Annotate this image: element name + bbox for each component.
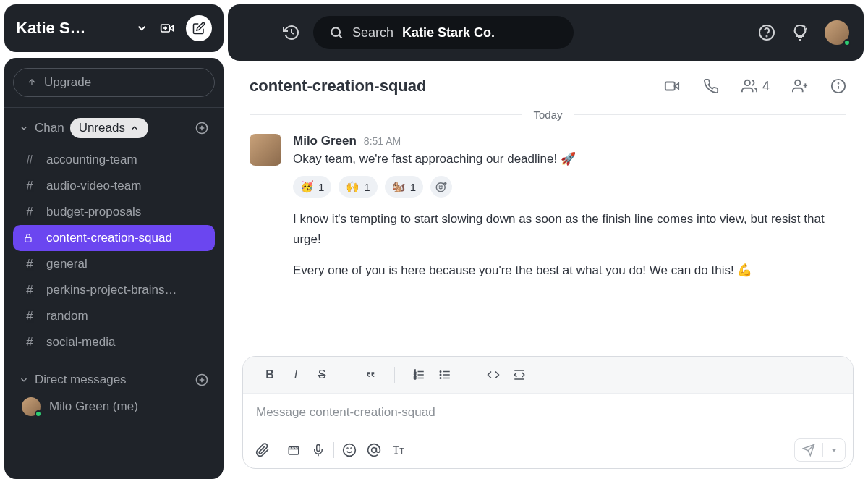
new-video-call-icon[interactable] [158,21,176,35]
sidebar-body: Upgrade Chan Unreads #accounting-team #a… [4,58,224,479]
channel-item-content-creation-squad[interactable]: content-creation-squad [13,225,215,251]
inline-code-button[interactable] [481,363,506,387]
svg-point-40 [440,374,441,376]
lightbulb-icon[interactable] [791,24,809,41]
video-message-button[interactable] [281,438,306,462]
svg-point-18 [745,80,750,85]
history-icon[interactable] [283,24,300,41]
svg-line-13 [339,35,342,38]
svg-point-41 [440,378,441,379]
chevron-down-icon[interactable] [135,22,148,35]
add-dm-button[interactable] [195,373,209,387]
add-channel-button[interactable] [195,121,209,135]
dm-label: Direct messages [35,373,127,387]
hash-icon: # [23,335,36,349]
chevron-down-icon [19,123,29,133]
lock-icon [23,233,36,243]
hash-icon: # [23,283,36,297]
add-people-icon[interactable] [791,78,809,94]
phone-call-icon[interactable] [703,78,719,94]
attach-file-button[interactable] [250,438,275,462]
composer-toolbar: B I S 123 [243,357,853,394]
channel-item-social-media[interactable]: #social-media [13,329,215,355]
message-text: Okay team, we're fast approaching our de… [293,150,846,169]
search-input[interactable]: Search Katie Stark Co. [313,16,574,49]
chevron-up-icon [129,123,140,133]
hash-icon: # [23,257,36,271]
topbar: Search Katie Stark Co. [228,4,864,61]
channel-item-perkins-project-brains[interactable]: #perkins-project-brains… [13,277,215,303]
quote-button[interactable] [358,363,383,387]
avatar [22,397,41,416]
svg-text:3: 3 [414,376,416,380]
message-list: Milo Green 8:51 AM Okay team, we're fast… [228,121,868,356]
svg-rect-16 [665,82,675,90]
send-icon[interactable] [795,439,822,461]
unreads-chip[interactable]: Unreads [70,118,148,138]
reactions: 🥳1 🙌1 🐿️1 [293,176,846,198]
direct-messages-section-header[interactable]: Direct messages [13,370,215,390]
channel-list: #accounting-team #audio-video-team #budg… [13,147,215,355]
svg-point-26 [439,186,440,187]
strikethrough-button[interactable]: S [310,363,334,387]
channel-item-general[interactable]: #general [13,251,215,277]
svg-point-12 [331,27,340,36]
send-options-button[interactable] [823,442,845,458]
svg-point-39 [440,371,441,373]
presence-online-icon [843,39,851,46]
svg-point-27 [441,186,442,187]
reaction[interactable]: 🥳1 [293,176,331,198]
svg-point-48 [347,448,348,449]
hash-icon: # [23,179,36,193]
svg-point-50 [372,448,377,453]
mention-button[interactable] [362,438,386,462]
ordered-list-button[interactable]: 123 [407,363,431,387]
dm-item-milo-green[interactable]: Milo Green (me) [13,390,215,423]
hash-icon: # [23,153,36,167]
svg-rect-45 [317,445,320,452]
bold-button[interactable]: B [258,363,282,387]
channel-item-random[interactable]: #random [13,303,215,329]
svg-point-19 [795,80,800,85]
search-company: Katie Stark Co. [402,25,495,41]
info-icon[interactable] [830,78,846,94]
presence-online-icon [35,410,42,417]
text-format-button[interactable]: TT [386,438,411,462]
composer: B I S 123 [228,356,868,479]
audio-message-button[interactable] [306,438,331,462]
workspace-switcher[interactable]: Katie S… [4,4,224,52]
search-icon [329,25,344,40]
message-time: 8:51 AM [364,135,401,147]
message-text: I know it's tempting to start slowing do… [293,209,846,248]
svg-point-25 [436,183,445,192]
italic-button[interactable]: I [284,363,308,387]
channels-section-header[interactable]: Chan Unreads [13,115,215,141]
unordered-list-button[interactable] [433,363,457,387]
add-reaction-button[interactable] [430,176,452,198]
avatar[interactable] [250,134,281,166]
compose-button[interactable] [186,15,212,41]
help-icon[interactable] [758,24,775,41]
channel-item-audio-video-team[interactable]: #audio-video-team [13,173,215,199]
workspace-name: Katie S… [16,19,125,38]
user-avatar[interactable] [825,20,849,45]
send-button[interactable] [794,438,846,462]
upgrade-button[interactable]: Upgrade [13,68,215,97]
video-call-icon[interactable] [663,78,681,94]
reaction[interactable]: 🙌1 [339,176,377,198]
message-text: Every one of you is here because you're … [293,260,846,280]
search-placeholder: Search [352,25,393,41]
main: Search Katie Stark Co. content-creation-… [228,0,868,479]
reaction[interactable]: 🐿️1 [385,176,423,198]
svg-point-15 [767,36,767,37]
channel-item-accounting-team[interactable]: #accounting-team [13,147,215,173]
emoji-button[interactable] [337,438,362,462]
code-block-button[interactable] [507,363,532,387]
message-input[interactable]: Message content-creation-squad [243,394,853,433]
channel-header: content-creation-squad 4 [228,61,868,109]
svg-point-47 [344,444,356,457]
channel-item-budget-proposals[interactable]: #budget-proposals [13,199,215,225]
sidebar: Katie S… Upgrade Chan Unreads [0,0,228,479]
members-button[interactable]: 4 [741,78,770,94]
message-author[interactable]: Milo Green [293,134,357,148]
